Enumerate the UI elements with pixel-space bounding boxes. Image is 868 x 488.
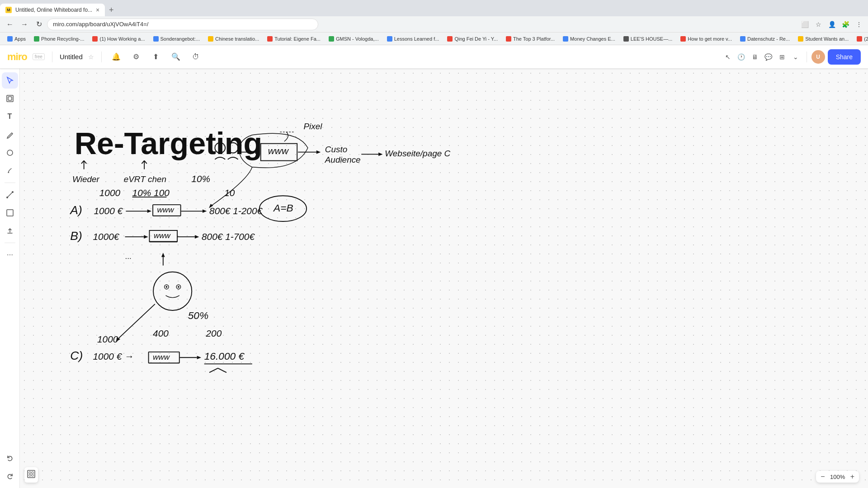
- reload-button[interactable]: ↻: [33, 18, 45, 31]
- bookmark-3[interactable]: Sonderangebot:...: [150, 35, 203, 42]
- bookmark-7[interactable]: Lessons Learned f...: [383, 35, 443, 42]
- miro-app: miro free Untitled ☆ 🔔 ⚙ ⬆ 🔍 ⏱ ↖ 🕐 🖥 💬 ⊞…: [0, 45, 868, 488]
- svg-point-5: [12, 191, 14, 193]
- screen-btn[interactable]: 🖥: [749, 51, 761, 63]
- bookmark-label: Datenschutz - Re...: [747, 36, 790, 42]
- line-tool[interactable]: [2, 187, 18, 203]
- bookmark-icon: [680, 36, 686, 42]
- frames-tool[interactable]: [2, 90, 18, 107]
- bookmark-icon: [208, 36, 213, 42]
- upload-tool[interactable]: [2, 223, 18, 239]
- draw-tool[interactable]: [2, 127, 18, 143]
- miro-free-badge: free: [33, 53, 45, 60]
- more-tools[interactable]: ⋯: [2, 247, 18, 263]
- notifications-button[interactable]: 🔔: [109, 50, 123, 64]
- bookmark-10[interactable]: Money Changes E...: [559, 35, 619, 42]
- svg-rect-83: [32, 472, 33, 474]
- grid-view-btn[interactable]: ⊞: [776, 51, 788, 63]
- bookmark-14[interactable]: Student Wants an...: [794, 35, 852, 42]
- bookmark-13[interactable]: Datenschutz - Re...: [736, 35, 793, 42]
- bookmark-label: Chinese translatio...: [215, 36, 259, 42]
- menu-button[interactable]: ⋮: [854, 19, 864, 30]
- svg-rect-84: [29, 474, 31, 476]
- text-tool[interactable]: T: [2, 108, 18, 125]
- topbar-separator-3: [807, 52, 807, 62]
- bookmark-label: GMSN - Vologda,...: [336, 36, 379, 42]
- forward-button[interactable]: →: [18, 18, 31, 31]
- board-star-button[interactable]: ☆: [88, 53, 94, 61]
- canvas[interactable]: Re-Targeting Wieder eVRT chen 10% 1000 1…: [20, 69, 868, 488]
- zoom-out-button[interactable]: −: [821, 473, 825, 481]
- miro-logo[interactable]: miro: [7, 51, 27, 63]
- board-title[interactable]: Untitled: [60, 53, 83, 61]
- active-tab[interactable]: M Untitled, Online Whiteboard fo... ×: [0, 4, 105, 16]
- miro-topbar: miro free Untitled ☆ 🔔 ⚙ ⬆ 🔍 ⏱ ↖ 🕐 🖥 💬 ⊞…: [0, 45, 868, 69]
- bookmark-apps[interactable]: Apps: [4, 35, 29, 42]
- cast-button[interactable]: ⬜: [799, 19, 810, 30]
- bookmark-label: LEE'S HOUSE—...: [631, 36, 673, 42]
- bookmark-label: Tutorial: Eigene Fa...: [274, 36, 321, 42]
- timer-button[interactable]: ⏱: [189, 50, 203, 64]
- svg-rect-85: [32, 474, 33, 476]
- svg-rect-81: [28, 470, 35, 478]
- bookmark-icon: [740, 36, 745, 42]
- bookmark-4[interactable]: Chinese translatio...: [204, 35, 263, 42]
- bookmark-icon: [387, 36, 392, 42]
- cursor-view-btn[interactable]: ↖: [722, 51, 734, 63]
- zoom-in-button[interactable]: +: [850, 473, 854, 481]
- chevron-btn[interactable]: ⌄: [789, 51, 802, 63]
- clock-btn[interactable]: 🕐: [735, 51, 748, 63]
- bookmark-label: (2) How to Add A...: [864, 36, 868, 42]
- shapes-tool[interactable]: [2, 145, 18, 161]
- tab-close-button[interactable]: ×: [96, 7, 99, 13]
- bookmark-icon: [34, 36, 39, 42]
- bookmark-label: (1) How Working a...: [99, 36, 145, 42]
- tab-bar: M Untitled, Online Whiteboard fo... × +: [0, 0, 868, 16]
- profile-button[interactable]: 👤: [826, 19, 837, 30]
- bookmark-icon: [153, 36, 159, 42]
- chat-btn[interactable]: 💬: [762, 51, 775, 63]
- svg-rect-0: [7, 95, 13, 102]
- bookmark-label: How to get more v...: [688, 36, 732, 42]
- settings-button[interactable]: ⚙: [129, 50, 143, 64]
- bookmark-icon: [329, 36, 334, 42]
- bookmark-label: Student Wants an...: [805, 36, 849, 42]
- nav-bar: ← → ↻ miro.com/app/board/uXjVOwA4iT4=/ ⬜…: [0, 16, 868, 33]
- canvas-grid: [20, 69, 868, 488]
- bookmark-8[interactable]: Qing Fei De Yi - Y...: [443, 35, 501, 42]
- bookmark-1[interactable]: Phone Recycling-...: [30, 35, 88, 42]
- bookmark-icon: [798, 36, 803, 42]
- share-button[interactable]: Share: [828, 49, 861, 65]
- bookmark-icon: [563, 36, 568, 42]
- export-button[interactable]: ⬆: [149, 50, 163, 64]
- bookmark-9[interactable]: The Top 3 Platfor...: [502, 35, 558, 42]
- bookmark-2[interactable]: (1) How Working a...: [89, 35, 148, 42]
- topbar-right: ↖ 🕐 🖥 💬 ⊞ ⌄ U Share: [722, 49, 861, 65]
- new-tab-button[interactable]: +: [105, 4, 118, 16]
- bookmark-11[interactable]: LEE'S HOUSE—...: [620, 35, 676, 42]
- undo-button[interactable]: [2, 450, 18, 466]
- bookmark-label: Lessons Learned f...: [394, 36, 439, 42]
- bookmark-5[interactable]: Tutorial: Eigene Fa...: [264, 35, 324, 42]
- extensions-button[interactable]: 🧩: [840, 19, 851, 30]
- bookmark-button[interactable]: ☆: [813, 19, 824, 30]
- bookmark-6[interactable]: GMSN - Vologda,...: [325, 35, 382, 42]
- toolbar-separator: [5, 183, 15, 183]
- pen-tool[interactable]: [2, 163, 18, 179]
- sticky-tool[interactable]: [2, 205, 18, 221]
- svg-line-3: [7, 192, 13, 197]
- frames-overview-button[interactable]: [24, 467, 38, 483]
- search-button[interactable]: 🔍: [169, 50, 183, 64]
- redo-button[interactable]: [2, 468, 18, 484]
- back-button[interactable]: ←: [4, 18, 16, 31]
- select-tool[interactable]: [2, 72, 18, 89]
- bookmark-icon: [506, 36, 511, 42]
- bookmark-label: Phone Recycling-...: [41, 36, 84, 42]
- bookmark-15[interactable]: (2) How to Add A...: [853, 35, 868, 42]
- zoom-controls: − 100% +: [816, 471, 859, 483]
- svg-point-4: [6, 197, 8, 198]
- address-bar[interactable]: miro.com/app/board/uXjVOwA4iT4=/: [47, 19, 318, 30]
- user-avatar[interactable]: U: [811, 50, 825, 64]
- bookmark-12[interactable]: How to get more v...: [677, 35, 736, 42]
- url-text: miro.com/app/board/uXjVOwA4iT4=/: [53, 21, 148, 28]
